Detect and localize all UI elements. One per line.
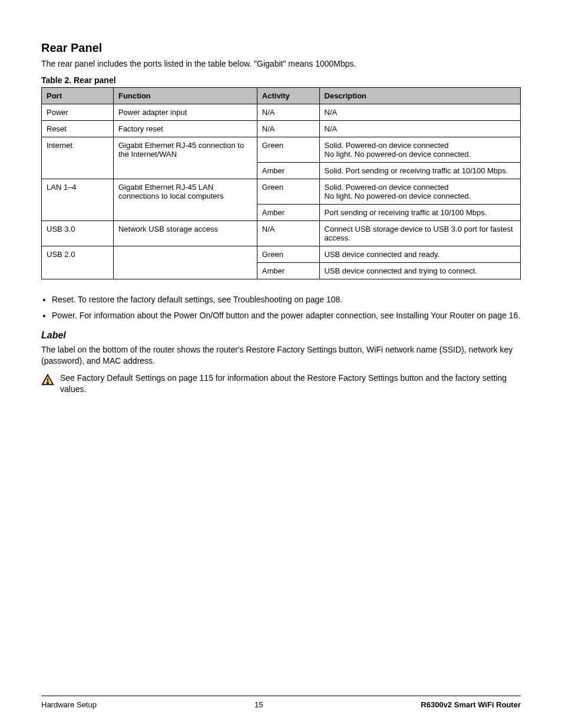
table-row: Power Power adapter input N/A N/A (42, 104, 521, 120)
col-header: Activity (257, 87, 319, 104)
table-row: Reset Factory reset N/A N/A (42, 120, 521, 137)
cell: Green (257, 137, 319, 162)
cell: Gigabit Ethernet RJ-45 LAN connections t… (113, 179, 257, 220)
warning-row: See Factory Default Settings on page 115… (41, 373, 521, 395)
cell: Internet (42, 137, 114, 179)
cell: Connect USB storage device to USB 3.0 po… (319, 220, 520, 246)
cell: Solid. Powered-on device connected No li… (319, 179, 520, 204)
intro-text: The rear panel includes the ports listed… (41, 58, 521, 70)
footer-left: Hardware Setup (41, 700, 97, 709)
page-footer: Hardware Setup 15 R6300v2 Smart WiFi Rou… (41, 700, 521, 709)
table-caption: Table 2. Rear panel (41, 75, 521, 85)
cell: Power adapter input (113, 104, 257, 120)
cell: Green (257, 246, 319, 262)
list-item: Reset. To restore the factory default se… (52, 294, 521, 306)
label-text: The label on the bottom of the router sh… (41, 344, 521, 367)
col-header: Description (319, 87, 520, 104)
cell: Solid. Port sending or receiving traffic… (319, 162, 520, 179)
cell: LAN 1–4 (42, 179, 114, 220)
cell: USB 2.0 (42, 246, 114, 279)
footer-right: R6300v2 Smart WiFi Router (421, 700, 521, 709)
label-heading: Label (41, 330, 521, 341)
cell: N/A (257, 104, 319, 120)
cell: Solid. Powered-on device connected No li… (319, 137, 520, 162)
cell: Port sending or receiving traffic at 10/… (319, 204, 520, 220)
cell: N/A (257, 220, 319, 246)
cell (113, 246, 257, 279)
cell: N/A (319, 104, 520, 120)
cell: Amber (257, 262, 319, 279)
cell: USB 3.0 (42, 220, 114, 246)
cell: Amber (257, 204, 319, 220)
rear-panel-table: Port Function Activity Description Power… (41, 87, 521, 279)
cell: Power (42, 104, 114, 120)
cell: Gigabit Ethernet RJ-45 connection to the… (113, 137, 257, 179)
table-row: USB 3.0 Network USB storage access N/A C… (42, 220, 521, 246)
section-title: Rear Panel (41, 41, 521, 55)
warning-icon (41, 374, 54, 389)
list-item: Power. For information about the Power O… (52, 309, 521, 322)
cell: USB device connected and trying to conne… (319, 262, 520, 279)
cell: N/A (257, 120, 319, 137)
cell: N/A (319, 120, 520, 137)
footer-divider (41, 696, 521, 696)
cell: Reset (42, 120, 114, 137)
cell: Factory reset (113, 120, 257, 137)
warning-text: See Factory Default Settings on page 115… (60, 373, 521, 395)
cell: Green (257, 179, 319, 204)
table-row: Internet Gigabit Ethernet RJ-45 connecti… (42, 137, 521, 162)
cell: Amber (257, 162, 319, 179)
table-row: USB 2.0 Green USB device connected and r… (42, 246, 521, 262)
cell: Network USB storage access (113, 220, 257, 246)
col-header: Function (113, 87, 257, 104)
bullet-list: Reset. To restore the factory default se… (52, 294, 521, 322)
table-header-row: Port Function Activity Description (42, 87, 521, 104)
col-header: Port (42, 87, 114, 104)
table-row: LAN 1–4 Gigabit Ethernet RJ-45 LAN conne… (42, 179, 521, 204)
svg-point-1 (47, 382, 48, 383)
page-container: Rear Panel The rear panel includes the p… (0, 0, 562, 728)
cell: USB device connected and ready. (319, 246, 520, 262)
footer-center: 15 (254, 700, 263, 709)
